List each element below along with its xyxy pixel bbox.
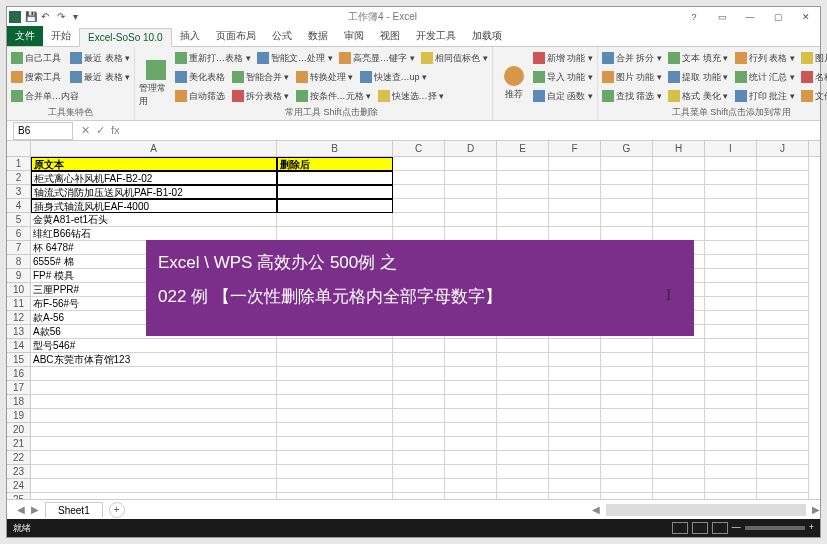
cell[interactable] xyxy=(653,423,705,437)
cell[interactable] xyxy=(705,451,757,465)
cell[interactable] xyxy=(393,213,445,227)
cell[interactable]: 柜式离心补风机FAF-B2-02 xyxy=(31,171,277,185)
rbn-new-feature[interactable]: 新增 功能 ▾ xyxy=(533,49,593,67)
cell[interactable] xyxy=(393,227,445,241)
cell[interactable] xyxy=(31,451,277,465)
rbn-g4-row1[interactable]: 合并 拆分 ▾ 文本 填充 ▾ 行列 表格 ▾ 图片 图表 ▾ xyxy=(602,49,827,67)
cell[interactable] xyxy=(757,241,809,255)
cell[interactable] xyxy=(277,423,393,437)
cell[interactable] xyxy=(445,227,497,241)
cell[interactable] xyxy=(277,381,393,395)
cell[interactable] xyxy=(393,395,445,409)
cell[interactable] xyxy=(705,185,757,199)
cell[interactable] xyxy=(393,423,445,437)
cell[interactable] xyxy=(549,353,601,367)
row-header[interactable]: 13 xyxy=(7,325,31,339)
cell[interactable] xyxy=(601,339,653,353)
cell[interactable] xyxy=(445,409,497,423)
sheet-nav-next-icon[interactable]: ▶ xyxy=(31,504,39,515)
cell[interactable] xyxy=(601,185,653,199)
cell[interactable] xyxy=(497,437,549,451)
cell[interactable] xyxy=(653,367,705,381)
cell[interactable] xyxy=(653,199,705,213)
cell[interactable] xyxy=(653,381,705,395)
cell[interactable] xyxy=(705,465,757,479)
cell[interactable] xyxy=(277,437,393,451)
rbn-g4-row2[interactable]: 图片 功能 ▾ 提取 功能 ▾ 统计 汇总 ▾ 名称 批注 ▾ xyxy=(602,68,827,86)
cell[interactable] xyxy=(549,227,601,241)
cell[interactable] xyxy=(601,227,653,241)
cell[interactable] xyxy=(31,395,277,409)
name-box[interactable] xyxy=(13,122,73,140)
cell[interactable] xyxy=(653,437,705,451)
cell[interactable] xyxy=(393,199,445,213)
cell[interactable] xyxy=(497,423,549,437)
cell[interactable] xyxy=(601,479,653,493)
cell[interactable] xyxy=(549,367,601,381)
cell[interactable] xyxy=(549,437,601,451)
cell[interactable] xyxy=(757,171,809,185)
cell[interactable] xyxy=(393,381,445,395)
cell[interactable] xyxy=(653,339,705,353)
qat-more-icon[interactable]: ▾ xyxy=(73,11,85,23)
cell[interactable] xyxy=(601,353,653,367)
cell[interactable] xyxy=(277,227,393,241)
cell[interactable] xyxy=(31,479,277,493)
cell[interactable] xyxy=(601,157,653,171)
row-header[interactable]: 7 xyxy=(7,241,31,255)
cell[interactable] xyxy=(393,437,445,451)
cell[interactable] xyxy=(393,353,445,367)
cell[interactable] xyxy=(705,311,757,325)
tab-data[interactable]: 数据 xyxy=(300,26,336,46)
cell[interactable] xyxy=(757,157,809,171)
cell[interactable] xyxy=(549,381,601,395)
cell[interactable] xyxy=(705,395,757,409)
cell[interactable] xyxy=(497,353,549,367)
row-header[interactable]: 19 xyxy=(7,409,31,423)
tab-excel-soso[interactable]: Excel-SoSo 10.0 xyxy=(79,28,172,47)
rbn-custom-func[interactable]: 自定 函数 ▾ xyxy=(533,87,593,105)
cell[interactable] xyxy=(549,451,601,465)
row-header[interactable]: 21 xyxy=(7,437,31,451)
cell[interactable] xyxy=(757,395,809,409)
col-header-I[interactable]: I xyxy=(705,141,757,156)
cell[interactable] xyxy=(549,199,601,213)
zoom-slider[interactable] xyxy=(745,526,805,530)
qat-save-icon[interactable]: 💾 xyxy=(25,11,37,23)
cell[interactable] xyxy=(393,171,445,185)
row-header[interactable]: 8 xyxy=(7,255,31,269)
row-header[interactable]: 23 xyxy=(7,465,31,479)
cell[interactable] xyxy=(277,171,393,185)
cell[interactable] xyxy=(497,479,549,493)
cell[interactable] xyxy=(549,213,601,227)
cell[interactable] xyxy=(705,381,757,395)
cell[interactable] xyxy=(705,199,757,213)
rbn-import-feature[interactable]: 导入 功能 ▾ xyxy=(533,68,593,86)
cell[interactable] xyxy=(549,157,601,171)
tab-home[interactable]: 开始 xyxy=(43,26,79,46)
maximize-button[interactable]: ▢ xyxy=(764,8,792,26)
cell[interactable] xyxy=(277,479,393,493)
cell[interactable] xyxy=(393,367,445,381)
qat-undo-icon[interactable]: ↶ xyxy=(41,11,53,23)
cell[interactable] xyxy=(653,479,705,493)
cell[interactable] xyxy=(601,171,653,185)
cell[interactable] xyxy=(757,353,809,367)
cell[interactable] xyxy=(653,227,705,241)
cell[interactable] xyxy=(445,171,497,185)
cell[interactable] xyxy=(277,213,393,227)
col-header-F[interactable]: F xyxy=(549,141,601,156)
cell[interactable] xyxy=(757,255,809,269)
cell[interactable] xyxy=(653,353,705,367)
row-header[interactable]: 5 xyxy=(7,213,31,227)
cell[interactable] xyxy=(393,157,445,171)
cell[interactable] xyxy=(601,381,653,395)
col-header-G[interactable]: G xyxy=(601,141,653,156)
cell[interactable] xyxy=(705,409,757,423)
help-button[interactable]: ? xyxy=(680,8,708,26)
row-header[interactable]: 4 xyxy=(7,199,31,213)
tab-developer[interactable]: 开发工具 xyxy=(408,26,464,46)
cell[interactable] xyxy=(445,437,497,451)
tab-addins[interactable]: 加载项 xyxy=(464,26,510,46)
cell[interactable] xyxy=(601,451,653,465)
